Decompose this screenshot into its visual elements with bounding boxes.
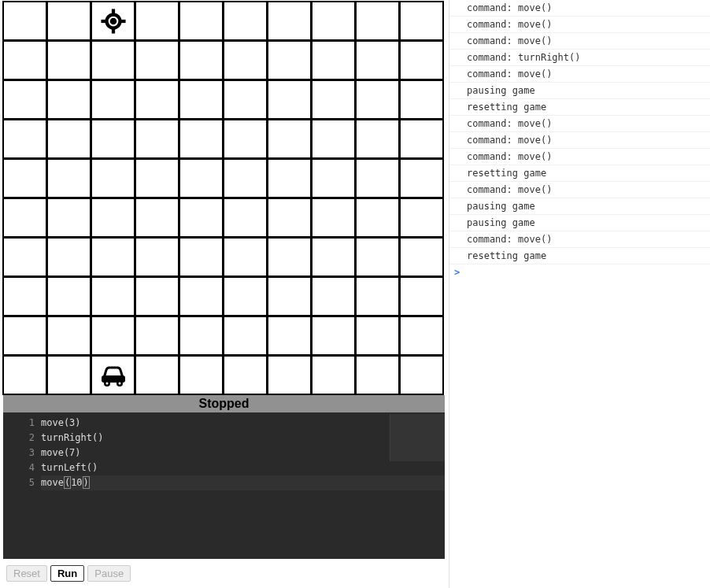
grid-cell bbox=[2, 198, 47, 238]
grid-cell bbox=[135, 276, 179, 316]
grid-cell bbox=[267, 198, 312, 238]
grid-cell bbox=[135, 237, 179, 277]
grid-cell bbox=[46, 40, 91, 80]
grid-cell bbox=[311, 158, 356, 198]
grid-cell bbox=[311, 316, 356, 356]
console-line: command: turnRight() bbox=[449, 50, 710, 66]
game-grid bbox=[3, 2, 449, 395]
console-line: pausing game bbox=[449, 198, 710, 215]
grid-cell bbox=[91, 40, 135, 80]
grid-cell bbox=[135, 40, 179, 80]
code-editor[interactable]: 12345 move(3)turnRight()move(7)turnLeft(… bbox=[3, 412, 445, 559]
code-line[interactable]: move(10) bbox=[41, 475, 445, 490]
grid-cell bbox=[399, 276, 444, 316]
code-line[interactable]: turnRight() bbox=[41, 431, 445, 446]
grid-cell bbox=[267, 276, 312, 316]
grid-cell bbox=[399, 40, 444, 80]
reset-button[interactable]: Reset bbox=[6, 565, 47, 582]
grid-cell bbox=[267, 237, 312, 277]
svg-point-9 bbox=[105, 382, 108, 384]
console-line: pausing game bbox=[449, 83, 710, 99]
run-button[interactable]: Run bbox=[50, 565, 84, 582]
pause-button[interactable]: Pause bbox=[87, 565, 131, 582]
grid-cell bbox=[91, 80, 135, 120]
grid-cell bbox=[223, 237, 268, 277]
editor-body[interactable]: move(3)turnRight()move(7)turnLeft()move(… bbox=[41, 412, 445, 559]
line-number: 1 bbox=[6, 416, 35, 431]
grid-cell bbox=[2, 276, 47, 316]
grid-cell bbox=[135, 119, 179, 159]
grid-cell bbox=[355, 40, 400, 80]
grid-cell bbox=[311, 119, 356, 159]
grid-cell bbox=[179, 316, 224, 356]
grid-cell bbox=[2, 119, 47, 159]
grid-cell bbox=[311, 276, 356, 316]
grid-cell bbox=[179, 80, 224, 120]
grid-cell bbox=[223, 198, 268, 238]
console-line: command: move() bbox=[449, 66, 710, 83]
grid-cell bbox=[91, 276, 135, 316]
grid-cell bbox=[179, 158, 224, 198]
code-line[interactable]: move(7) bbox=[41, 446, 445, 460]
grid-cell bbox=[355, 237, 400, 277]
grid-cell bbox=[179, 198, 224, 238]
grid-cell bbox=[399, 237, 444, 277]
line-number: 2 bbox=[6, 431, 35, 446]
grid-cell bbox=[46, 119, 91, 159]
grid-cell bbox=[179, 40, 224, 80]
grid-cell bbox=[355, 316, 400, 356]
grid-cell bbox=[2, 80, 47, 120]
grid-cell bbox=[46, 158, 91, 198]
grid-cell bbox=[311, 355, 356, 395]
grid-cell bbox=[223, 158, 268, 198]
grid-cell bbox=[2, 158, 47, 198]
console-line: command: move() bbox=[449, 182, 710, 198]
grid-cell bbox=[2, 237, 47, 277]
grid-cell bbox=[46, 276, 91, 316]
target-icon bbox=[91, 1, 135, 41]
grid-cell bbox=[311, 198, 356, 238]
grid-cell bbox=[46, 198, 91, 238]
line-number: 4 bbox=[6, 460, 35, 475]
grid-cell bbox=[267, 316, 312, 356]
grid-cell bbox=[355, 80, 400, 120]
grid-cell bbox=[91, 237, 135, 277]
console-prompt[interactable]: > bbox=[449, 264, 710, 280]
grid-cell bbox=[135, 316, 179, 356]
grid-cell bbox=[46, 355, 91, 395]
grid-cell bbox=[399, 355, 444, 395]
grid-cell bbox=[267, 119, 312, 159]
minimap bbox=[390, 414, 445, 461]
grid-cell bbox=[135, 80, 179, 120]
grid-cell bbox=[399, 1, 444, 41]
grid-cell bbox=[179, 119, 224, 159]
grid-cell bbox=[311, 1, 356, 41]
status-bar: Stopped bbox=[3, 395, 445, 412]
grid-cell bbox=[311, 80, 356, 120]
grid-cell bbox=[223, 40, 268, 80]
grid-cell bbox=[46, 237, 91, 277]
code-line[interactable]: move(3) bbox=[41, 416, 445, 431]
grid-cell bbox=[311, 40, 356, 80]
car-icon bbox=[91, 355, 135, 395]
console-line: resetting game bbox=[449, 99, 710, 116]
grid-cell bbox=[46, 80, 91, 120]
console-line: resetting game bbox=[449, 165, 710, 182]
grid-cell bbox=[355, 158, 400, 198]
game-panel: Stopped 12345 move(3)turnRight()move(7)t… bbox=[0, 0, 449, 588]
grid-cell bbox=[355, 276, 400, 316]
grid-cell bbox=[355, 198, 400, 238]
grid-cell bbox=[311, 237, 356, 277]
console-line: command: move() bbox=[449, 231, 710, 248]
console-line: resetting game bbox=[449, 248, 710, 264]
grid-cell bbox=[223, 80, 268, 120]
svg-point-10 bbox=[118, 382, 120, 384]
console-line: command: move() bbox=[449, 33, 710, 50]
grid-cell bbox=[355, 1, 400, 41]
line-number: 5 bbox=[6, 475, 35, 490]
grid-cell bbox=[355, 355, 400, 395]
code-line[interactable]: turnLeft() bbox=[41, 460, 445, 475]
console-line: pausing game bbox=[449, 215, 710, 231]
grid-cell bbox=[267, 40, 312, 80]
editor-gutter: 12345 bbox=[3, 412, 41, 559]
